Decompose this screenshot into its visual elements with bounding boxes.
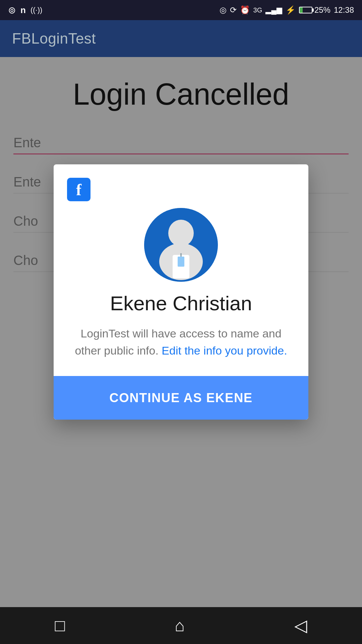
navigation-bar: □ ⌂ ◁ — [0, 607, 362, 644]
app-bar: FBLoginTest — [0, 20, 362, 57]
network-icon: 3G — [253, 6, 262, 14]
svg-rect-4 — [178, 257, 184, 267]
alarm-icon: ⏰ — [240, 5, 250, 15]
battery-indicator: 25% — [299, 5, 330, 15]
location-icon: ◎ — [220, 5, 227, 15]
battery-percent: 25% — [314, 5, 330, 15]
n-icon: n — [20, 5, 26, 15]
avatar-image — [144, 208, 218, 282]
svg-point-1 — [168, 220, 194, 247]
modal-content: f — [54, 164, 308, 376]
lightning-icon: ⚡ — [286, 5, 296, 15]
user-avatar — [144, 208, 218, 282]
whatsapp-icon: ⊚ — [8, 5, 16, 16]
clock: 12:38 — [334, 5, 354, 15]
battery-icon — [299, 7, 312, 13]
nav-home-icon[interactable]: ⌂ — [175, 616, 185, 635]
continue-as-ekene-button[interactable]: CONTINUE AS EKENE — [54, 376, 308, 420]
status-bar: ⊚ n ((·)) ◎ ⟳ ⏰ 3G ▂▄▆ ⚡ 25% 12:38 — [0, 0, 362, 20]
rotate-icon: ⟳ — [230, 5, 237, 15]
avatar-svg — [144, 208, 218, 282]
user-name: Ekene Christian — [110, 292, 252, 315]
battery-fill — [300, 7, 303, 13]
facebook-login-modal: f — [54, 164, 308, 420]
signal-icon: ((·)) — [31, 6, 42, 14]
modal-overlay: f — [0, 57, 362, 607]
modal-facebook-icon-container: f — [67, 178, 90, 201]
background-content: Login Cancelled Ente Ente Cho Cho OR f C… — [0, 57, 362, 607]
facebook-f-icon: f — [76, 180, 81, 199]
edit-info-link[interactable]: Edit the info you provide. — [162, 344, 287, 357]
facebook-square-icon: f — [67, 178, 90, 201]
app-title: FBLoginTest — [12, 30, 96, 47]
nav-recent-apps-icon[interactable]: □ — [55, 616, 65, 635]
nav-back-icon[interactable]: ◁ — [294, 616, 307, 635]
status-right-icons: ◎ ⟳ ⏰ 3G ▂▄▆ ⚡ 25% 12:38 — [220, 5, 354, 15]
access-info-text: LoginTest will have access to name and o… — [67, 325, 295, 359]
status-left-icons: ⊚ n ((·)) — [8, 5, 42, 16]
signal-bars-icon: ▂▄▆ — [265, 6, 282, 14]
